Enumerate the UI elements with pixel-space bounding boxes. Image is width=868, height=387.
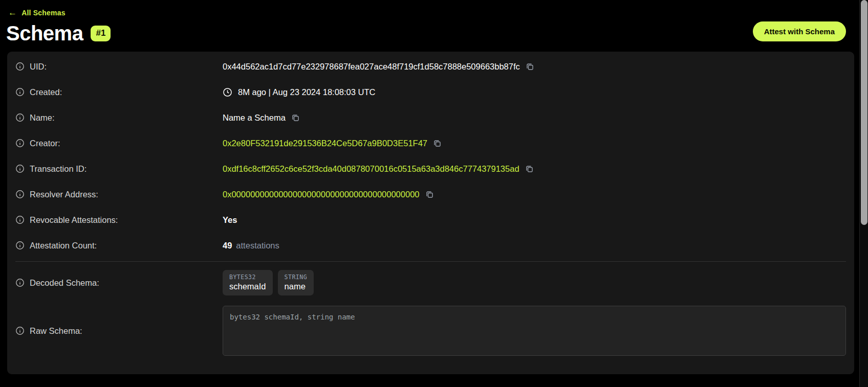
- page-title: Schema: [6, 22, 83, 45]
- field-name: schemaId: [229, 282, 266, 291]
- row-transaction-id: Transaction ID: 0xdf16c8cff2652c6ce52f3c…: [15, 156, 846, 181]
- info-icon[interactable]: [15, 113, 25, 122]
- row-decoded-schema: Decoded Schema: BYTES32 schemaId STRING …: [15, 262, 846, 300]
- raw-schema-label: Raw Schema:: [30, 326, 82, 336]
- schema-number-badge: #1: [91, 26, 111, 41]
- resolver-address-link[interactable]: 0x00000000000000000000000000000000000000…: [223, 190, 420, 199]
- created-label: Created:: [30, 87, 62, 97]
- copy-icon[interactable]: [525, 165, 534, 173]
- transaction-id-label: Transaction ID:: [30, 164, 86, 174]
- transaction-id-link[interactable]: 0xdf16c8cff2652c6ce52f3cda40d0878070016c…: [223, 164, 519, 174]
- schema-field-chip: BYTES32 schemaId: [223, 270, 273, 295]
- copy-icon[interactable]: [291, 113, 300, 122]
- vertical-scrollbar[interactable]: [859, 0, 868, 387]
- resolver-address-label: Resolver Address:: [30, 190, 98, 199]
- schema-details-card: UID: 0x44d562ac1d7cd77e232978687fea027ac…: [7, 52, 854, 374]
- scrollbar-thumb[interactable]: [861, 0, 867, 225]
- schema-field-chip: STRING name: [278, 270, 314, 295]
- copy-icon[interactable]: [425, 190, 434, 199]
- row-created: Created: 8M ago | Aug 23 2024 18:08:03 U…: [15, 79, 846, 105]
- page-header: ← All Schemas Schema #1 Attest with Sche…: [0, 0, 859, 45]
- row-raw-schema: Raw Schema: bytes32 schemaId, string nam…: [15, 300, 846, 356]
- field-type: STRING: [285, 274, 308, 281]
- row-attestation-count: Attestation Count: 49 attestations: [15, 233, 846, 258]
- info-icon[interactable]: [15, 215, 25, 224]
- attestations-link[interactable]: attestations: [236, 241, 279, 251]
- row-uid: UID: 0x44d562ac1d7cd77e232978687fea027ac…: [15, 54, 846, 79]
- decoded-schema-label: Decoded Schema:: [30, 278, 99, 288]
- name-label: Name:: [30, 113, 55, 123]
- info-icon[interactable]: [15, 139, 25, 148]
- attest-with-schema-button[interactable]: Attest with Schema: [753, 21, 846, 41]
- row-creator: Creator: 0x2e80F532191de291536B24Ce5D67a…: [15, 130, 846, 156]
- clock-icon: [223, 87, 232, 97]
- attestation-count-label: Attestation Count:: [30, 241, 97, 251]
- back-arrow-icon: ←: [8, 8, 17, 17]
- page-viewport: ← All Schemas Schema #1 Attest with Sche…: [0, 0, 859, 387]
- row-name: Name: Name a Schema: [15, 105, 846, 130]
- attestation-count-value: 49: [223, 241, 232, 251]
- copy-icon[interactable]: [433, 139, 442, 148]
- creator-address-link[interactable]: 0x2e80F532191de291536B24Ce5D67a9B0D3E51F…: [223, 139, 427, 148]
- info-icon[interactable]: [15, 87, 25, 97]
- info-icon[interactable]: [15, 326, 25, 335]
- row-resolver-address: Resolver Address: 0x00000000000000000000…: [15, 181, 846, 207]
- row-revocable-attestations: Revocable Attestations: Yes: [15, 207, 846, 233]
- name-value: Name a Schema: [223, 113, 286, 123]
- field-name: name: [285, 282, 308, 291]
- revocable-attestations-label: Revocable Attestations:: [30, 215, 118, 225]
- title-row: Schema #1: [6, 22, 846, 45]
- decoded-schema-chips: BYTES32 schemaId STRING name: [223, 270, 314, 295]
- created-value: 8M ago | Aug 23 2024 18:08:03 UTC: [238, 87, 375, 97]
- uid-value: 0x44d562ac1d7cd77e232978687fea027ace48f7…: [223, 62, 520, 72]
- back-link-label: All Schemas: [21, 9, 65, 17]
- back-to-all-schemas-link[interactable]: ← All Schemas: [8, 8, 66, 17]
- info-icon[interactable]: [15, 241, 25, 250]
- info-icon[interactable]: [15, 278, 25, 287]
- uid-label: UID:: [30, 62, 47, 72]
- info-icon[interactable]: [15, 164, 25, 173]
- raw-schema-textarea[interactable]: bytes32 schemaId, string name: [223, 306, 846, 356]
- info-icon[interactable]: [15, 190, 25, 199]
- copy-icon[interactable]: [526, 62, 534, 71]
- field-type: BYTES32: [229, 274, 266, 281]
- info-icon[interactable]: [15, 62, 25, 71]
- creator-label: Creator:: [30, 139, 60, 148]
- revocable-value: Yes: [223, 215, 237, 225]
